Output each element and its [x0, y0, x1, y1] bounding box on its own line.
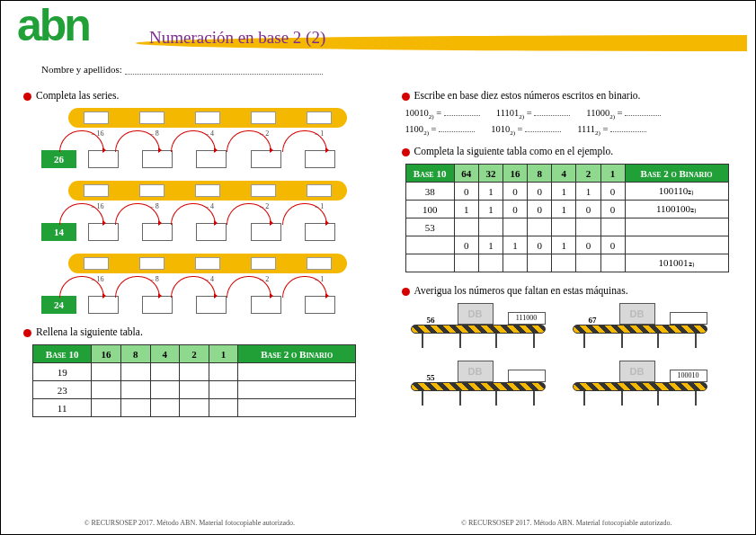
table-cell: 1 — [478, 236, 503, 254]
machine-input: 55 — [427, 373, 435, 382]
answer-line[interactable] — [610, 125, 646, 132]
content: Completa las series. – 16– 8– 4– 2– 126–… — [1, 77, 756, 424]
answer-box[interactable] — [84, 111, 109, 124]
arrows-row — [68, 283, 347, 296]
answer-box[interactable] — [88, 296, 119, 314]
answer-box[interactable] — [139, 257, 165, 270]
table-cell[interactable] — [503, 218, 528, 236]
answer-box[interactable] — [196, 150, 227, 168]
table-cell[interactable] — [150, 381, 180, 399]
table-cell: 19 — [33, 363, 92, 381]
answer-box[interactable] — [84, 184, 109, 197]
table-cell[interactable] — [478, 218, 503, 236]
logo: abn — [17, 0, 89, 51]
answer-line[interactable] — [444, 109, 480, 116]
table-cell[interactable] — [552, 218, 576, 236]
table-cell[interactable] — [625, 236, 728, 254]
table-cell[interactable] — [180, 399, 209, 417]
answer-box[interactable] — [139, 111, 165, 124]
table-row: 11 — [33, 399, 356, 417]
table-cell[interactable] — [576, 254, 600, 272]
table-cell[interactable] — [180, 381, 209, 399]
table-cell[interactable] — [552, 254, 576, 272]
answer-box[interactable] — [307, 257, 332, 270]
table-cell[interactable] — [454, 254, 478, 272]
answer-box[interactable] — [195, 184, 220, 197]
table-header: Base 10 — [405, 165, 454, 183]
table-cell: 100110₂₎ — [625, 183, 728, 201]
table-cell[interactable] — [503, 254, 528, 272]
table-cell: 101001₂₎ — [625, 254, 728, 272]
answer-box[interactable] — [196, 296, 227, 314]
answer-box[interactable] — [88, 150, 119, 168]
table-2: Base 106432168421Base 2 o Binario 380100… — [405, 164, 729, 272]
table-cell[interactable] — [528, 254, 552, 272]
machine-input: 56 — [427, 316, 435, 325]
arrows-row — [68, 210, 347, 223]
table-cell[interactable] — [625, 218, 728, 236]
table-cell[interactable] — [209, 399, 238, 417]
answer-line[interactable] — [525, 125, 561, 132]
answer-box[interactable] — [142, 150, 173, 168]
answer-box[interactable] — [196, 223, 227, 241]
answer-line[interactable] — [625, 109, 661, 116]
table-cell: 0 — [528, 236, 552, 254]
bottom-row: 14 — [41, 223, 347, 241]
table-cell[interactable] — [120, 399, 150, 417]
table-cell[interactable] — [600, 218, 625, 236]
answer-box[interactable] — [142, 223, 173, 241]
table-cell[interactable] — [405, 236, 454, 254]
right-column: Escribe en base diez estos números escri… — [379, 77, 757, 424]
answer-box[interactable] — [195, 111, 220, 124]
answer-box[interactable] — [251, 296, 281, 314]
name-field-line[interactable] — [125, 66, 323, 75]
table-cell[interactable] — [92, 381, 121, 399]
table-cell[interactable] — [209, 381, 238, 399]
binary-equation: 111012) = — [496, 108, 571, 120]
table-cell: 53 — [405, 218, 454, 236]
machine: DB100010 — [573, 361, 707, 407]
table-cell[interactable] — [120, 363, 150, 381]
answer-box[interactable] — [139, 184, 165, 197]
name-field-label: Nombre y apellidos: — [41, 64, 323, 75]
answer-box[interactable] — [307, 184, 332, 197]
machine-output[interactable] — [670, 312, 707, 325]
answer-box[interactable] — [305, 296, 335, 314]
answer-box[interactable] — [88, 223, 119, 241]
table-cell[interactable] — [600, 254, 625, 272]
conveyor-belt-icon — [573, 382, 707, 391]
answer-box[interactable] — [142, 296, 173, 314]
table-row: 23 — [33, 381, 356, 399]
table-cell[interactable] — [238, 363, 356, 381]
table-cell[interactable] — [454, 218, 478, 236]
table-cell[interactable] — [238, 381, 356, 399]
table-cell[interactable] — [238, 399, 356, 417]
answer-box[interactable] — [251, 257, 276, 270]
answer-box[interactable] — [307, 111, 332, 124]
machine-output[interactable] — [508, 370, 546, 382]
task-3: Escribe en base diez estos números escri… — [402, 90, 735, 101]
table-cell[interactable] — [92, 399, 121, 417]
table-cell[interactable] — [92, 363, 121, 381]
table-cell[interactable] — [405, 254, 454, 272]
table-cell: 23 — [33, 381, 92, 399]
answer-box[interactable] — [305, 150, 335, 168]
table-cell[interactable] — [478, 254, 503, 272]
table-cell[interactable] — [150, 363, 180, 381]
answer-box[interactable] — [251, 111, 276, 124]
table-cell[interactable] — [528, 218, 552, 236]
bullet-icon — [23, 93, 31, 101]
table-cell[interactable] — [576, 218, 600, 236]
answer-box[interactable] — [251, 150, 281, 168]
table-cell[interactable] — [180, 363, 209, 381]
answer-box[interactable] — [251, 184, 276, 197]
answer-line[interactable] — [534, 109, 570, 116]
answer-line[interactable] — [439, 125, 475, 132]
answer-box[interactable] — [305, 223, 335, 241]
answer-box[interactable] — [195, 257, 220, 270]
table-cell[interactable] — [209, 363, 238, 381]
answer-box[interactable] — [84, 257, 109, 270]
answer-box[interactable] — [251, 223, 281, 241]
table-cell[interactable] — [120, 381, 150, 399]
table-cell[interactable] — [150, 399, 180, 417]
